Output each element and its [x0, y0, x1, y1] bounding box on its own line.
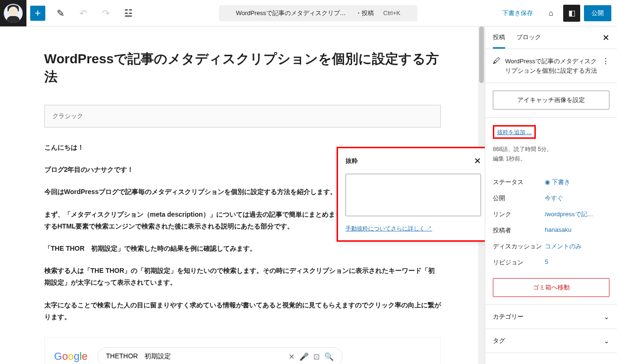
- chevron-down-icon: ⌄: [604, 337, 609, 345]
- lens-icon: ⊡: [313, 352, 320, 361]
- publish-value[interactable]: 今すぐ: [545, 194, 609, 203]
- save-draft-button[interactable]: 下書き保存: [497, 5, 539, 21]
- revision-label: リビジョン: [493, 258, 545, 267]
- site-avatar[interactable]: [0, 0, 26, 26]
- add-block-button[interactable]: +: [30, 6, 45, 21]
- sidebar-post-title: WordPressで記事のメタディスクリプションを個別に設定する方法: [505, 57, 597, 75]
- paragraph[interactable]: 「THE THOR 初期設定」で検索した時の結果を例に確認してみます。: [44, 243, 441, 254]
- settings-toggle[interactable]: ◧: [563, 5, 580, 22]
- trash-button[interactable]: ゴミ箱へ移動: [493, 278, 609, 297]
- publish-button[interactable]: 公開: [584, 5, 611, 21]
- search-icon: 🔍: [324, 352, 334, 361]
- edit-icon: ✎: [57, 8, 65, 19]
- redo-icon: ↷: [102, 8, 110, 19]
- undo-button[interactable]: ↶: [72, 2, 94, 25]
- author-value[interactable]: hanasaku: [545, 226, 609, 235]
- post-icon: 🖊: [493, 57, 500, 65]
- tools-button[interactable]: ✎: [49, 2, 72, 25]
- document-title: WordPressで記事のメタディスクリプ…: [236, 9, 346, 17]
- document-type: ・投稿: [355, 9, 374, 17]
- excerpt-popover: 抜粋 ✕ 手動抜粋についてさらに詳しく: [337, 147, 485, 242]
- google-search-input: [106, 353, 284, 360]
- featured-image-button[interactable]: アイキャッチ画像を設定: [493, 91, 609, 110]
- revision-value[interactable]: 5: [545, 258, 609, 267]
- undo-icon: ↶: [79, 8, 87, 19]
- google-screenshot: Google ✕ 🎤 ⊡ 🔍 すべて 画像 動画 ショッピング: [44, 337, 441, 364]
- status-label: ステータス: [493, 178, 545, 186]
- classic-block[interactable]: クラシック: [44, 105, 441, 127]
- outline-button[interactable]: ☳: [117, 2, 140, 25]
- link-label: リンク: [493, 210, 545, 219]
- word-count: 868語、読了時間 5分。: [493, 144, 609, 154]
- clear-icon: ✕: [288, 352, 295, 361]
- sidebar-icon: ◧: [568, 8, 575, 17]
- chevron-down-icon: ⌄: [604, 313, 609, 321]
- mic-icon: 🎤: [299, 352, 309, 361]
- editor-canvas[interactable]: WordPressで記事のメタディスクリプションを個別に設定する方法 クラシック…: [0, 26, 485, 364]
- list-icon: ☳: [124, 8, 133, 19]
- settings-sidebar: 投稿 ブロック ✕ 🖊 WordPressで記事のメタディスクリプションを個別に…: [485, 26, 617, 364]
- top-toolbar: + ✎ ↶ ↷ ☳ WordPressで記事のメタディスクリプ… ・投稿 Ctr…: [0, 0, 617, 26]
- popover-title: 抜粋: [346, 157, 358, 165]
- category-panel[interactable]: カテゴリー ⌄: [485, 305, 617, 329]
- document-title-bar[interactable]: WordPressで記事のメタディスクリプ… ・投稿 Ctrl+K: [219, 5, 417, 21]
- paragraph[interactable]: 検索する人は「THE THOR」の「初期設定」を知りたいので検索します。その時に…: [44, 265, 441, 288]
- tag-label: タグ: [493, 337, 505, 345]
- google-search-box: ✕ 🎤 ⊡ 🔍: [97, 347, 343, 364]
- tab-block[interactable]: ブロック: [516, 26, 541, 49]
- post-actions-button[interactable]: ⋮: [602, 57, 609, 66]
- category-label: カテゴリー: [493, 313, 524, 321]
- popover-close-button[interactable]: ✕: [474, 156, 481, 166]
- preview-button[interactable]: ⌂: [542, 5, 559, 22]
- post-title[interactable]: WordPressで記事のメタディスクリプションを個別に設定する方法: [44, 50, 441, 86]
- excerpt-add-link[interactable]: 抜粋を追加 ...: [497, 129, 532, 135]
- tab-post[interactable]: 投稿: [493, 26, 505, 49]
- paragraph[interactable]: 太字になることで検索した人の目に留まりやすく求めている情報が書いてあると視覚的に…: [44, 299, 441, 323]
- excerpt-help-link[interactable]: 手動抜粋についてさらに詳しく: [346, 225, 432, 232]
- link-value[interactable]: /wordpressで記…: [545, 210, 609, 219]
- publish-label: 公開: [493, 194, 545, 203]
- status-value[interactable]: 下書き: [545, 178, 609, 186]
- excerpt-add-highlight: 抜粋を追加 ...: [493, 125, 536, 139]
- last-edited: 編集 1秒前。: [493, 154, 609, 163]
- author-label: 投稿者: [493, 226, 545, 235]
- scrollbar-thumb[interactable]: [479, 26, 484, 83]
- discussion-value[interactable]: コメントのみ: [545, 242, 609, 251]
- desktop-icon: ⌂: [549, 9, 553, 17]
- discussion-label: ディスカッション: [493, 242, 545, 251]
- tag-panel[interactable]: タグ ⌄: [485, 329, 617, 353]
- google-logo: Google: [54, 350, 88, 363]
- redo-button[interactable]: ↷: [94, 2, 117, 25]
- command-shortcut: Ctrl+K: [383, 9, 400, 17]
- sidebar-close-button[interactable]: ✕: [602, 26, 609, 49]
- excerpt-textarea[interactable]: [346, 174, 481, 216]
